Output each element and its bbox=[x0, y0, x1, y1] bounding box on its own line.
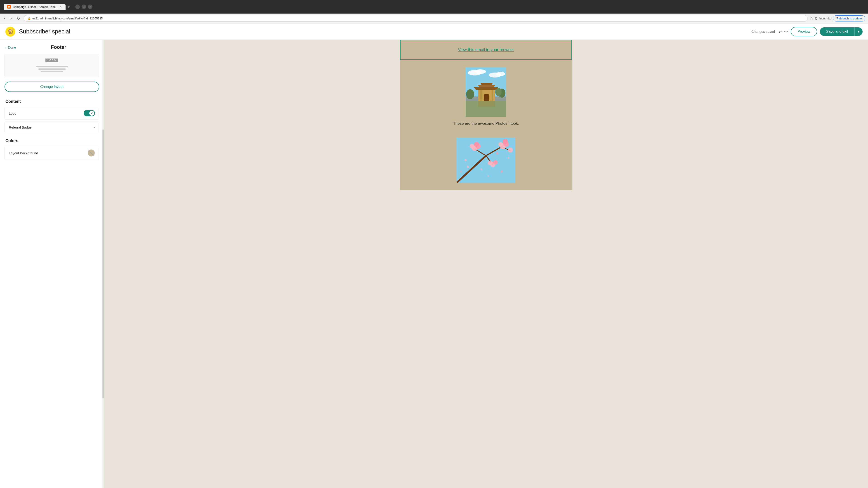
app-header: 🐒 Subbscriber special Changes saved ↩ ↪ … bbox=[0, 24, 868, 40]
logo-toggle-switch[interactable]: ✓ bbox=[84, 110, 95, 116]
save-exit-dropdown-btn[interactable]: ▾ bbox=[855, 27, 863, 36]
view-browser-link[interactable]: View this email in your browser bbox=[458, 47, 514, 52]
header-actions: ↩ ↪ Preview Save and exit ▾ bbox=[778, 27, 863, 36]
tab-close-btn[interactable]: ✕ bbox=[59, 5, 62, 8]
svg-rect-14 bbox=[484, 94, 489, 101]
toggle-check-icon: ✓ bbox=[91, 112, 93, 115]
mailchimp-logo: 🐒 bbox=[5, 27, 16, 37]
address-bar[interactable]: 🔒 us21.admin.mailchimp.com/email/editor?… bbox=[24, 15, 808, 22]
toggle-knob: ✓ bbox=[89, 111, 94, 116]
svg-point-41 bbox=[460, 170, 462, 172]
address-text: us21.admin.mailchimp.com/email/editor?id… bbox=[32, 17, 103, 20]
svg-point-31 bbox=[498, 142, 503, 147]
footer-preview-card: LOGO bbox=[4, 54, 99, 77]
redo-btn[interactable]: ↪ bbox=[784, 29, 788, 34]
incognito-label: Incognito bbox=[819, 17, 831, 20]
svg-point-40 bbox=[508, 157, 509, 159]
logo-label: Logo bbox=[9, 111, 16, 115]
scrollbar-thumb bbox=[102, 129, 104, 398]
svg-marker-12 bbox=[477, 85, 495, 87]
reload-btn[interactable]: ↻ bbox=[16, 15, 22, 22]
forward-nav-btn[interactable]: › bbox=[9, 15, 13, 22]
undo-btn[interactable]: ↩ bbox=[778, 29, 782, 34]
change-layout-btn[interactable]: Change layout bbox=[4, 82, 99, 92]
layout-background-swatch[interactable] bbox=[88, 149, 95, 157]
preview-line-3 bbox=[41, 71, 63, 72]
preview-lines bbox=[36, 66, 68, 72]
close-btn[interactable]: ✕ bbox=[88, 4, 92, 9]
cherry-blossom-image bbox=[457, 138, 515, 183]
bookmark-btn[interactable]: ☆ bbox=[810, 16, 813, 21]
preview-card-inner: LOGO bbox=[36, 59, 68, 72]
layout-background-row: Layout Background bbox=[4, 146, 99, 160]
extensions-btn[interactable]: ⧉ bbox=[815, 17, 817, 21]
chevron-right-icon: › bbox=[94, 125, 95, 130]
tab-favicon: M bbox=[7, 5, 11, 8]
preview-line-1 bbox=[36, 66, 68, 67]
relaunch-btn[interactable]: Relaunch to update bbox=[833, 15, 865, 22]
logo-toggle-row: Logo ✓ bbox=[4, 107, 99, 120]
referral-badge-label: Referral Badge bbox=[9, 125, 32, 129]
referral-badge-row[interactable]: Referral Badge › bbox=[4, 122, 99, 133]
swatch-slash bbox=[88, 150, 94, 156]
email-preview-area: View this email in your browser bbox=[104, 40, 868, 488]
main-layout: ‹ Done Footer LOGO Change layout Content… bbox=[0, 40, 868, 488]
colors-section-label: Colors bbox=[0, 135, 104, 146]
svg-marker-11 bbox=[473, 87, 498, 90]
address-bar-actions: ☆ ⧉ Incognito Relaunch to update bbox=[810, 15, 865, 22]
svg-point-28 bbox=[474, 142, 479, 147]
svg-point-38 bbox=[496, 152, 498, 155]
layout-background-label: Layout Background bbox=[9, 151, 38, 155]
panel-scrollbar[interactable] bbox=[102, 40, 104, 488]
done-back-link[interactable]: ‹ Done bbox=[5, 45, 16, 49]
view-browser-banner: View this email in your browser bbox=[400, 40, 572, 60]
email-container: View this email in your browser bbox=[400, 40, 572, 190]
svg-point-35 bbox=[493, 160, 498, 165]
content-section-label: Content bbox=[0, 97, 104, 107]
svg-point-32 bbox=[502, 139, 508, 144]
preview-btn[interactable]: Preview bbox=[791, 27, 817, 36]
tab-title: Campaign Builder - Sample Tem... bbox=[13, 5, 57, 8]
new-tab-button[interactable]: + bbox=[66, 3, 71, 10]
changes-saved-status: Changes saved bbox=[751, 30, 775, 33]
panel-header: ‹ Done Footer bbox=[0, 40, 104, 54]
address-bar-row: ‹ › ↻ 🔒 us21.admin.mailchimp.com/email/e… bbox=[0, 13, 868, 24]
save-exit-group: Save and exit ▾ bbox=[820, 27, 863, 36]
undo-redo-group: ↩ ↪ bbox=[778, 29, 788, 34]
back-arrow-icon: ‹ bbox=[5, 45, 6, 49]
panel-title: Footer bbox=[19, 44, 98, 50]
second-photo-section bbox=[400, 133, 572, 190]
maximize-btn[interactable]: □ bbox=[82, 4, 86, 9]
svg-marker-13 bbox=[480, 83, 493, 85]
minimize-btn[interactable]: — bbox=[75, 4, 80, 9]
svg-point-7 bbox=[466, 89, 474, 99]
done-label: Done bbox=[8, 45, 16, 49]
svg-point-27 bbox=[470, 144, 474, 149]
svg-point-2 bbox=[475, 69, 486, 74]
save-exit-btn[interactable]: Save and exit bbox=[820, 27, 855, 36]
svg-rect-17 bbox=[478, 101, 495, 107]
svg-point-4 bbox=[496, 72, 505, 76]
tab-bar: M Campaign Builder - Sample Tem... ✕ + bbox=[4, 3, 71, 10]
svg-point-33 bbox=[508, 148, 513, 153]
photo-section: These are the awesome Photos I took. bbox=[400, 60, 572, 133]
svg-point-39 bbox=[480, 168, 483, 170]
back-nav-btn[interactable]: ‹ bbox=[3, 15, 7, 22]
active-tab[interactable]: M Campaign Builder - Sample Tem... ✕ bbox=[4, 4, 66, 10]
preview-line-2 bbox=[38, 68, 66, 70]
svg-point-36 bbox=[488, 161, 492, 165]
svg-rect-16 bbox=[492, 90, 493, 101]
temple-image bbox=[466, 67, 506, 117]
browser-chrome: M Campaign Builder - Sample Tem... ✕ + —… bbox=[0, 0, 868, 13]
campaign-title: Subbscriber special bbox=[19, 28, 748, 35]
preview-logo-box: LOGO bbox=[45, 59, 58, 62]
lock-icon: 🔒 bbox=[28, 17, 31, 20]
left-panel: ‹ Done Footer LOGO Change layout Content… bbox=[0, 40, 104, 488]
svg-rect-15 bbox=[480, 90, 482, 101]
photo-caption: These are the awesome Photos I took. bbox=[453, 121, 519, 126]
svg-point-37 bbox=[465, 159, 467, 161]
